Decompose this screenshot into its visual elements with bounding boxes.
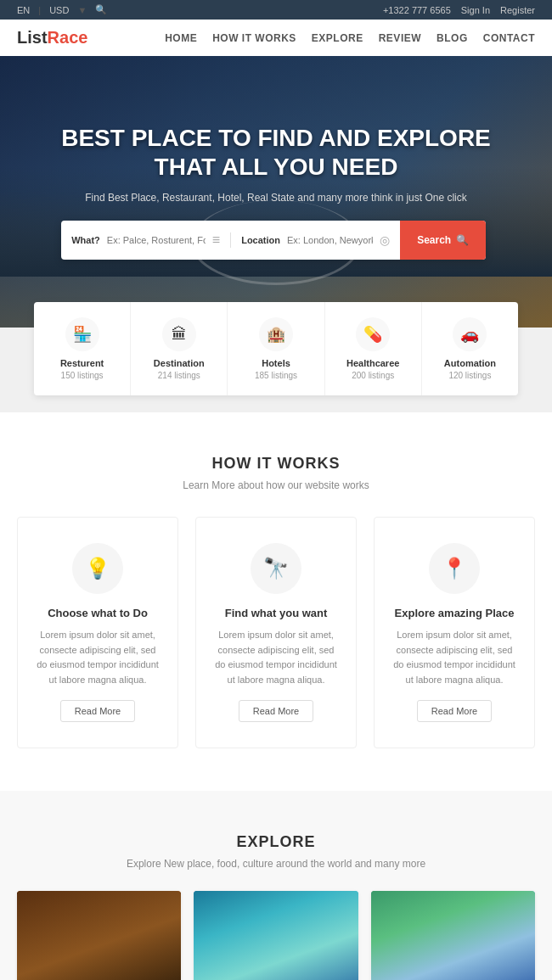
category-restaurant[interactable]: 🏪 Resturent 150 listings	[34, 302, 131, 395]
hiw-readmore-2[interactable]: Read More	[417, 700, 492, 722]
search-button-label: Search	[417, 234, 451, 246]
hero-subtitle: Find Best Place, Restaurant, Hotel, Real…	[61, 192, 491, 204]
hiw-card-1: 🔭 Find what you want Lorem ipsum dolor s…	[195, 517, 357, 748]
hiw-card-text-0: Lorem ipsum dolor sit amet, consecte adi…	[35, 628, 161, 687]
svg-rect-4	[99, 921, 140, 966]
svg-rect-14	[218, 934, 268, 967]
svg-rect-29	[391, 946, 406, 966]
search-bar: What? ≡ Location ◎ Search 🔍	[61, 221, 486, 260]
svg-rect-25	[371, 959, 535, 980]
svg-rect-27	[461, 938, 486, 967]
category-automation-count: 120 listings	[431, 371, 510, 380]
search-what-label: What?	[71, 235, 100, 245]
destination-icon: 🏛	[162, 317, 196, 351]
hero-title: BEST PLACE TO FIND AND EXPLORETHAT ALL Y…	[61, 124, 491, 181]
category-restaurant-name: Resturent	[42, 358, 121, 368]
hiw-title: HOW IT WORKS	[17, 455, 535, 473]
svg-rect-21	[371, 893, 535, 947]
list-icon[interactable]: ≡	[212, 232, 220, 248]
how-it-works-section: HOW IT WORKS Learn More about how our we…	[0, 412, 552, 791]
signin-link[interactable]: Sign In	[461, 5, 490, 15]
logo-part1: List	[17, 28, 48, 47]
logo[interactable]: ListRace	[17, 28, 87, 48]
svg-rect-12	[194, 943, 358, 980]
hiw-card-text-2: Lorem ipsum dolor sit amet, consecte adi…	[391, 628, 517, 687]
explore-card-2: Europa Tour 7.0 5 Ratings Form 56-1X5 De…	[371, 891, 535, 980]
svg-rect-0	[17, 893, 181, 980]
restaurant-icon: 🏪	[65, 317, 99, 351]
nav-home[interactable]: HOME	[165, 32, 197, 44]
category-healthcare-name: Healthcaree	[334, 358, 413, 368]
nav-explore[interactable]: EXPLORE	[312, 32, 363, 44]
category-hotels-count: 185 listings	[236, 371, 315, 380]
search-button[interactable]: Search 🔍	[400, 221, 486, 260]
svg-point-8	[78, 949, 88, 960]
hotels-icon: 🏨	[259, 317, 293, 351]
svg-rect-17	[301, 930, 341, 966]
hiw-cards: 💡 Choose what to Do Lorem ipsum dolor si…	[17, 517, 535, 748]
svg-rect-28	[494, 944, 510, 966]
category-automation-name: Automation	[431, 358, 510, 368]
search-icon[interactable]: 🔍	[95, 4, 107, 15]
explore-card-1: Swim And Dine Resort 4.8 8 Ratings Form …	[194, 891, 358, 980]
svg-marker-24	[461, 921, 510, 958]
nav-how-it-works[interactable]: HOW IT WORKS	[212, 32, 296, 44]
nav-contact[interactable]: CONTACT	[483, 32, 535, 44]
category-destination-count: 214 listings	[139, 371, 218, 380]
search-location-input[interactable]	[287, 235, 373, 245]
hiw-card-text-1: Lorem ipsum dolor sit amet, consecte adi…	[213, 628, 339, 687]
svg-rect-5	[149, 914, 177, 967]
healthcare-icon: 💊	[356, 317, 390, 351]
search-button-icon: 🔍	[456, 234, 469, 246]
hero-section: BEST PLACE TO FIND AND EXPLORETHAT ALL Y…	[0, 56, 552, 328]
explore-section: EXPLORE Explore New place, food, culture…	[0, 791, 552, 980]
top-bar: EN | USD ▼ 🔍 +1322 777 6565 Sign In Regi…	[0, 0, 552, 20]
hiw-icon-1: 🔭	[251, 543, 301, 594]
hiw-icon-0: 💡	[72, 543, 123, 594]
search-location-section: Location ◎	[231, 233, 400, 247]
category-healthcare[interactable]: 💊 Healthcaree 200 listings	[325, 302, 422, 395]
category-automation[interactable]: 🚗 Automation 120 listings	[422, 302, 518, 395]
categories-bar: 🏪 Resturent 150 listings 🏛 Destination 2…	[34, 302, 518, 395]
svg-rect-15	[227, 938, 235, 947]
svg-marker-22	[396, 918, 445, 959]
category-destination[interactable]: 🏛 Destination 214 listings	[131, 302, 228, 395]
svg-rect-11	[194, 893, 358, 943]
currency-selector[interactable]: USD	[49, 5, 69, 15]
hiw-card-title-2: Explore amazing Place	[391, 607, 517, 619]
nav-review[interactable]: REVIEW	[379, 32, 421, 44]
svg-rect-2	[25, 918, 59, 967]
hiw-readmore-1[interactable]: Read More	[239, 700, 313, 722]
hiw-card-title-0: Choose what to Do	[35, 607, 161, 619]
category-destination-name: Destination	[139, 358, 218, 368]
category-healthcare-count: 200 listings	[334, 371, 413, 380]
card-image-0	[17, 891, 181, 980]
svg-rect-10	[194, 893, 358, 980]
hiw-card-title-1: Find what you want	[213, 607, 339, 619]
explore-subtitle: Explore New place, food, culture around …	[17, 858, 535, 870]
main-nav: HOME HOW IT WORKS EXPLORE REVIEW BLOG CO…	[165, 32, 535, 44]
top-bar-right: +1322 777 6565 Sign In Register	[383, 5, 535, 15]
svg-rect-30	[371, 893, 535, 980]
hiw-card-2: 📍 Explore amazing Place Lorem ipsum dolo…	[374, 517, 535, 748]
svg-point-13	[211, 930, 342, 963]
location-icon: ◎	[380, 233, 390, 247]
explore-cards: Tommy Helfinger Bar 8.0 6 Ratings Form 5…	[17, 891, 535, 980]
search-what-input[interactable]	[107, 235, 206, 245]
hiw-icon-2: 📍	[429, 543, 480, 594]
svg-rect-20	[371, 893, 535, 980]
nav-blog[interactable]: BLOG	[437, 32, 468, 44]
hiw-readmore-0[interactable]: Read More	[60, 700, 135, 722]
language-selector[interactable]: EN	[17, 5, 30, 15]
card-image-1	[194, 891, 358, 980]
category-hotels[interactable]: 🏨 Hotels 185 listings	[228, 302, 324, 395]
svg-rect-19	[194, 893, 358, 980]
svg-rect-1	[17, 943, 181, 980]
top-bar-left: EN | USD ▼ 🔍	[17, 4, 107, 15]
svg-point-7	[35, 952, 48, 965]
header: ListRace HOME HOW IT WORKS EXPLORE REVIE…	[0, 20, 552, 56]
logo-part2: Race	[48, 28, 88, 47]
phone-number: +1322 777 6565	[383, 5, 451, 15]
svg-rect-26	[428, 943, 448, 967]
register-link[interactable]: Register	[500, 5, 535, 15]
